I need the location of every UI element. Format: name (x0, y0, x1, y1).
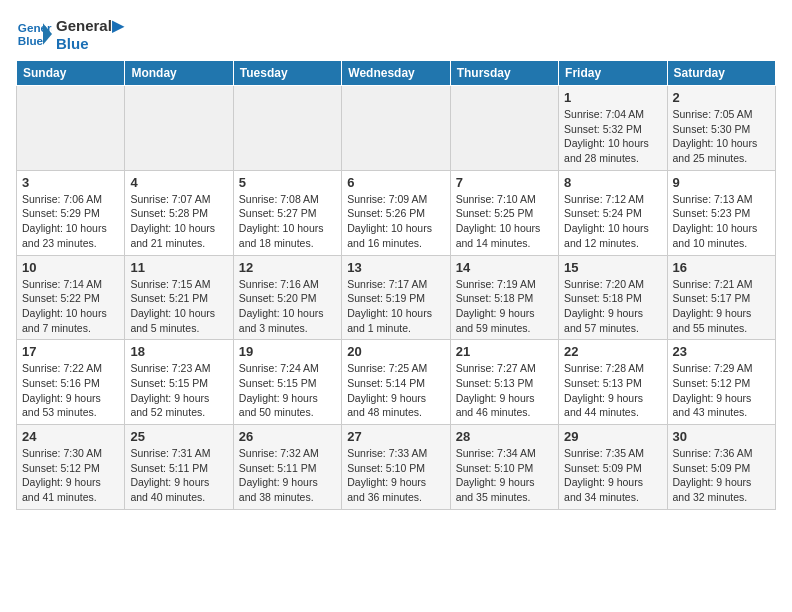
day-cell (125, 86, 233, 171)
day-number: 9 (673, 175, 770, 190)
day-number: 22 (564, 344, 661, 359)
day-cell: 22Sunrise: 7:28 AM Sunset: 5:13 PM Dayli… (559, 340, 667, 425)
day-info: Sunrise: 7:16 AM Sunset: 5:20 PM Dayligh… (239, 277, 336, 336)
day-number: 14 (456, 260, 553, 275)
day-cell: 18Sunrise: 7:23 AM Sunset: 5:15 PM Dayli… (125, 340, 233, 425)
day-number: 2 (673, 90, 770, 105)
weekday-header-thursday: Thursday (450, 61, 558, 86)
day-cell (233, 86, 341, 171)
day-cell: 17Sunrise: 7:22 AM Sunset: 5:16 PM Dayli… (17, 340, 125, 425)
day-cell: 21Sunrise: 7:27 AM Sunset: 5:13 PM Dayli… (450, 340, 558, 425)
day-info: Sunrise: 7:35 AM Sunset: 5:09 PM Dayligh… (564, 446, 661, 505)
day-cell: 11Sunrise: 7:15 AM Sunset: 5:21 PM Dayli… (125, 255, 233, 340)
day-number: 19 (239, 344, 336, 359)
day-info: Sunrise: 7:10 AM Sunset: 5:25 PM Dayligh… (456, 192, 553, 251)
day-number: 6 (347, 175, 444, 190)
day-info: Sunrise: 7:24 AM Sunset: 5:15 PM Dayligh… (239, 361, 336, 420)
weekday-header-wednesday: Wednesday (342, 61, 450, 86)
week-row-5: 24Sunrise: 7:30 AM Sunset: 5:12 PM Dayli… (17, 425, 776, 510)
day-number: 28 (456, 429, 553, 444)
day-cell: 30Sunrise: 7:36 AM Sunset: 5:09 PM Dayli… (667, 425, 775, 510)
day-number: 29 (564, 429, 661, 444)
day-number: 8 (564, 175, 661, 190)
day-cell: 12Sunrise: 7:16 AM Sunset: 5:20 PM Dayli… (233, 255, 341, 340)
day-cell: 13Sunrise: 7:17 AM Sunset: 5:19 PM Dayli… (342, 255, 450, 340)
day-info: Sunrise: 7:21 AM Sunset: 5:17 PM Dayligh… (673, 277, 770, 336)
day-cell: 10Sunrise: 7:14 AM Sunset: 5:22 PM Dayli… (17, 255, 125, 340)
day-info: Sunrise: 7:33 AM Sunset: 5:10 PM Dayligh… (347, 446, 444, 505)
day-info: Sunrise: 7:22 AM Sunset: 5:16 PM Dayligh… (22, 361, 119, 420)
logo-text: General▶ (56, 17, 124, 35)
day-cell: 15Sunrise: 7:20 AM Sunset: 5:18 PM Dayli… (559, 255, 667, 340)
day-info: Sunrise: 7:06 AM Sunset: 5:29 PM Dayligh… (22, 192, 119, 251)
day-cell: 8Sunrise: 7:12 AM Sunset: 5:24 PM Daylig… (559, 170, 667, 255)
day-number: 4 (130, 175, 227, 190)
day-number: 1 (564, 90, 661, 105)
day-info: Sunrise: 7:27 AM Sunset: 5:13 PM Dayligh… (456, 361, 553, 420)
day-number: 30 (673, 429, 770, 444)
day-number: 5 (239, 175, 336, 190)
logo-subtext: Blue (56, 35, 124, 52)
day-info: Sunrise: 7:04 AM Sunset: 5:32 PM Dayligh… (564, 107, 661, 166)
day-number: 12 (239, 260, 336, 275)
day-info: Sunrise: 7:13 AM Sunset: 5:23 PM Dayligh… (673, 192, 770, 251)
day-info: Sunrise: 7:31 AM Sunset: 5:11 PM Dayligh… (130, 446, 227, 505)
day-number: 25 (130, 429, 227, 444)
day-number: 17 (22, 344, 119, 359)
svg-text:Blue: Blue (18, 34, 44, 47)
day-number: 10 (22, 260, 119, 275)
day-cell: 5Sunrise: 7:08 AM Sunset: 5:27 PM Daylig… (233, 170, 341, 255)
day-info: Sunrise: 7:09 AM Sunset: 5:26 PM Dayligh… (347, 192, 444, 251)
day-cell: 6Sunrise: 7:09 AM Sunset: 5:26 PM Daylig… (342, 170, 450, 255)
weekday-header-tuesday: Tuesday (233, 61, 341, 86)
day-cell: 25Sunrise: 7:31 AM Sunset: 5:11 PM Dayli… (125, 425, 233, 510)
day-info: Sunrise: 7:17 AM Sunset: 5:19 PM Dayligh… (347, 277, 444, 336)
day-number: 27 (347, 429, 444, 444)
calendar-table: SundayMondayTuesdayWednesdayThursdayFrid… (16, 60, 776, 510)
day-cell: 26Sunrise: 7:32 AM Sunset: 5:11 PM Dayli… (233, 425, 341, 510)
day-number: 3 (22, 175, 119, 190)
day-info: Sunrise: 7:32 AM Sunset: 5:11 PM Dayligh… (239, 446, 336, 505)
page-header: General Blue General▶ Blue (16, 16, 776, 52)
weekday-header-friday: Friday (559, 61, 667, 86)
day-info: Sunrise: 7:36 AM Sunset: 5:09 PM Dayligh… (673, 446, 770, 505)
day-number: 23 (673, 344, 770, 359)
day-cell: 1Sunrise: 7:04 AM Sunset: 5:32 PM Daylig… (559, 86, 667, 171)
day-cell (342, 86, 450, 171)
week-row-4: 17Sunrise: 7:22 AM Sunset: 5:16 PM Dayli… (17, 340, 776, 425)
day-info: Sunrise: 7:15 AM Sunset: 5:21 PM Dayligh… (130, 277, 227, 336)
week-row-2: 3Sunrise: 7:06 AM Sunset: 5:29 PM Daylig… (17, 170, 776, 255)
logo: General Blue General▶ Blue (16, 16, 124, 52)
day-number: 21 (456, 344, 553, 359)
day-cell (17, 86, 125, 171)
week-row-1: 1Sunrise: 7:04 AM Sunset: 5:32 PM Daylig… (17, 86, 776, 171)
day-info: Sunrise: 7:28 AM Sunset: 5:13 PM Dayligh… (564, 361, 661, 420)
day-cell (450, 86, 558, 171)
weekday-header-monday: Monday (125, 61, 233, 86)
day-info: Sunrise: 7:25 AM Sunset: 5:14 PM Dayligh… (347, 361, 444, 420)
weekday-header-saturday: Saturday (667, 61, 775, 86)
day-number: 24 (22, 429, 119, 444)
day-info: Sunrise: 7:20 AM Sunset: 5:18 PM Dayligh… (564, 277, 661, 336)
day-cell: 24Sunrise: 7:30 AM Sunset: 5:12 PM Dayli… (17, 425, 125, 510)
week-row-3: 10Sunrise: 7:14 AM Sunset: 5:22 PM Dayli… (17, 255, 776, 340)
day-cell: 23Sunrise: 7:29 AM Sunset: 5:12 PM Dayli… (667, 340, 775, 425)
day-info: Sunrise: 7:30 AM Sunset: 5:12 PM Dayligh… (22, 446, 119, 505)
day-info: Sunrise: 7:34 AM Sunset: 5:10 PM Dayligh… (456, 446, 553, 505)
day-cell: 29Sunrise: 7:35 AM Sunset: 5:09 PM Dayli… (559, 425, 667, 510)
day-number: 18 (130, 344, 227, 359)
day-cell: 20Sunrise: 7:25 AM Sunset: 5:14 PM Dayli… (342, 340, 450, 425)
day-number: 15 (564, 260, 661, 275)
day-info: Sunrise: 7:29 AM Sunset: 5:12 PM Dayligh… (673, 361, 770, 420)
day-info: Sunrise: 7:19 AM Sunset: 5:18 PM Dayligh… (456, 277, 553, 336)
day-cell: 4Sunrise: 7:07 AM Sunset: 5:28 PM Daylig… (125, 170, 233, 255)
day-number: 26 (239, 429, 336, 444)
day-cell: 14Sunrise: 7:19 AM Sunset: 5:18 PM Dayli… (450, 255, 558, 340)
day-info: Sunrise: 7:23 AM Sunset: 5:15 PM Dayligh… (130, 361, 227, 420)
day-cell: 19Sunrise: 7:24 AM Sunset: 5:15 PM Dayli… (233, 340, 341, 425)
day-cell: 9Sunrise: 7:13 AM Sunset: 5:23 PM Daylig… (667, 170, 775, 255)
day-cell: 27Sunrise: 7:33 AM Sunset: 5:10 PM Dayli… (342, 425, 450, 510)
day-info: Sunrise: 7:05 AM Sunset: 5:30 PM Dayligh… (673, 107, 770, 166)
day-info: Sunrise: 7:07 AM Sunset: 5:28 PM Dayligh… (130, 192, 227, 251)
day-info: Sunrise: 7:12 AM Sunset: 5:24 PM Dayligh… (564, 192, 661, 251)
